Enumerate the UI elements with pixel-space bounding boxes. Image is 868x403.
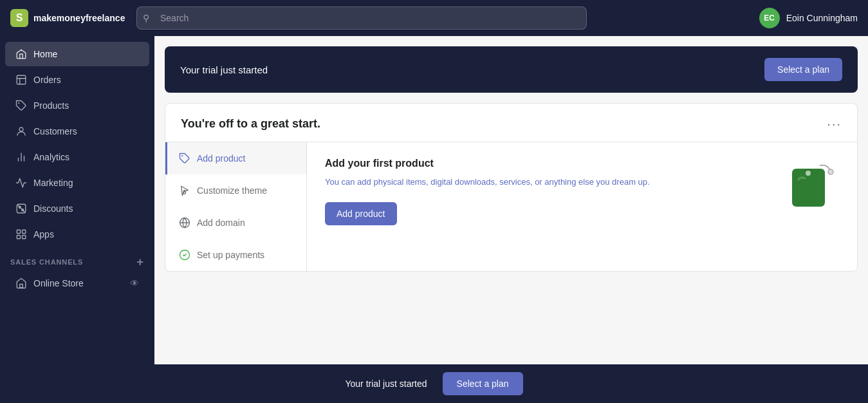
svg-point-1	[18, 102, 19, 104]
apps-icon	[15, 229, 27, 240]
svg-point-2	[19, 127, 23, 131]
sidebar-item-customers[interactable]: Customers	[5, 119, 149, 144]
store-name: makemoneyfreelance	[33, 13, 125, 23]
sidebar-item-customers-label: Customers	[33, 126, 77, 136]
search-bar: ⚲	[136, 6, 587, 30]
customers-icon	[15, 126, 27, 137]
svg-rect-6	[17, 230, 20, 233]
search-input[interactable]	[136, 6, 587, 30]
sidebar-item-discounts[interactable]: Discounts	[5, 196, 149, 221]
sidebar-item-analytics-label: Analytics	[33, 152, 69, 162]
start-card-body: Add product Customize theme Add domain S…	[165, 142, 857, 271]
sidebar-item-orders-label: Orders	[33, 75, 61, 85]
online-store-eye-icon[interactable]: 👁	[130, 278, 139, 288]
main-content: Your trial just started Select a plan Yo…	[154, 36, 868, 403]
sales-channels-header: SALES CHANNELS +	[0, 247, 154, 272]
sidebar-item-apps[interactable]: Apps	[5, 222, 149, 247]
svg-rect-8	[17, 236, 20, 239]
step-set-up-payments-label: Set up payments	[197, 250, 264, 260]
sidebar-item-marketing[interactable]: Marketing	[5, 171, 149, 195]
nav-right: EC Eoin Cunningham	[759, 8, 858, 28]
products-icon	[15, 100, 27, 111]
analytics-icon	[15, 151, 27, 163]
discounts-icon	[15, 203, 27, 214]
start-card-header: You're off to a great start. ···	[165, 104, 857, 142]
sidebar-item-home[interactable]: Home	[5, 42, 149, 66]
add-sales-channel-button[interactable]: +	[137, 256, 144, 268]
svg-point-16	[806, 171, 811, 176]
marketing-icon	[15, 177, 27, 189]
orders-icon	[15, 74, 27, 86]
trial-banner-text: Your trial just started	[180, 64, 268, 75]
shopify-logo-icon: S	[10, 9, 28, 27]
step-detail-text: Add your first product You can add physi…	[325, 158, 768, 256]
step-customize-theme-label: Customize theme	[197, 185, 267, 196]
steps-list: Add product Customize theme Add domain S…	[165, 142, 307, 271]
start-card: You're off to a great start. ··· Add pro…	[165, 103, 858, 272]
step-add-domain[interactable]: Add domain	[165, 207, 306, 239]
online-store-label: Online Store	[33, 278, 124, 288]
search-icon: ⚲	[143, 13, 149, 23]
start-card-title: You're off to a great start.	[181, 117, 320, 131]
svg-point-15	[828, 169, 833, 174]
brush-icon	[179, 185, 190, 196]
top-nav: S makemoneyfreelance ⚲ EC Eoin Cunningha…	[0, 0, 868, 36]
svg-rect-9	[23, 236, 26, 239]
sidebar-item-orders[interactable]: Orders	[5, 68, 149, 92]
sidebar-item-online-store[interactable]: Online Store 👁	[5, 272, 149, 294]
step-detail-title: Add your first product	[325, 158, 768, 169]
svg-rect-0	[17, 75, 26, 84]
sidebar-item-apps-label: Apps	[33, 229, 54, 239]
trial-banner: Your trial just started Select a plan	[165, 46, 858, 93]
product-illustration	[781, 158, 839, 256]
step-add-product-label: Add product	[197, 153, 246, 164]
svg-rect-7	[23, 230, 26, 233]
sidebar-item-discounts-label: Discounts	[33, 203, 73, 214]
svg-point-12	[181, 155, 183, 156]
avatar[interactable]: EC	[759, 8, 780, 28]
more-options-button[interactable]: ···	[827, 117, 842, 131]
sidebar-item-analytics[interactable]: Analytics	[5, 145, 149, 169]
step-customize-theme[interactable]: Customize theme	[165, 174, 306, 207]
step-set-up-payments[interactable]: Set up payments	[165, 239, 306, 271]
step-add-domain-label: Add domain	[197, 218, 245, 228]
brand-logo[interactable]: S makemoneyfreelance	[10, 9, 126, 27]
user-name: Eoin Cunningham	[786, 13, 858, 23]
step-add-product[interactable]: Add product	[165, 142, 306, 174]
select-plan-button[interactable]: Select a plan	[764, 58, 842, 81]
home-icon	[15, 48, 27, 60]
svg-rect-10	[20, 285, 23, 288]
tag-icon	[179, 153, 190, 164]
step-detail: Add your first product You can add physi…	[307, 142, 857, 271]
sidebar-item-marketing-label: Marketing	[33, 178, 73, 188]
online-store-icon	[15, 277, 27, 289]
globe-icon	[179, 217, 190, 229]
product-tag-svg	[784, 160, 836, 218]
bottom-bar: Your trial just started Select a plan	[0, 364, 868, 403]
check-circle-icon	[179, 249, 190, 261]
bottom-select-plan-button[interactable]: Select a plan	[443, 372, 523, 395]
sidebar-item-home-label: Home	[33, 49, 57, 59]
sidebar-item-products-label: Products	[33, 100, 69, 111]
sidebar-item-products[interactable]: Products	[5, 93, 149, 118]
step-detail-desc: You can add physical items, digital down…	[325, 176, 768, 189]
sidebar: Home Orders Products Customers Analytics…	[0, 36, 154, 403]
add-product-action-button[interactable]: Add product	[325, 202, 397, 225]
bottom-bar-text: Your trial just started	[345, 379, 427, 389]
